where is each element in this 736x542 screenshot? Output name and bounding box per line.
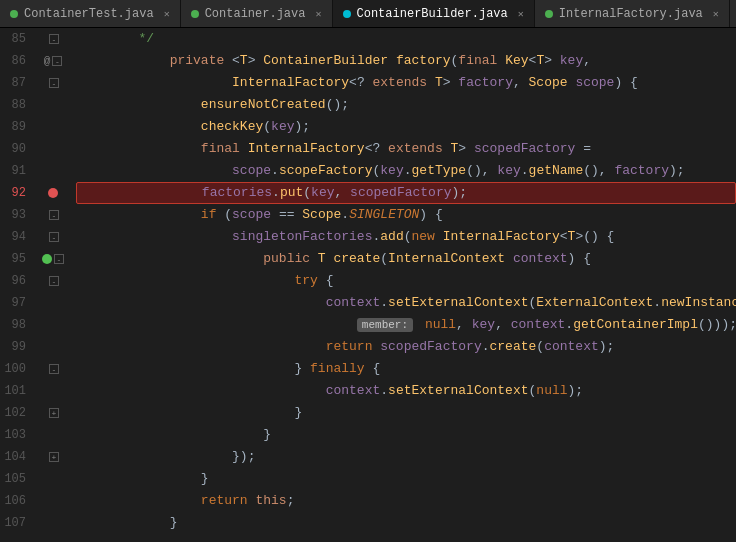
line-num-97: 97 (0, 296, 34, 310)
line-num-87: 87 (0, 76, 34, 90)
fold-icon-87[interactable]: - (49, 78, 59, 88)
gutter-icons-96: - (34, 276, 72, 286)
line-num-100: 100 (0, 362, 34, 376)
tab-dot (545, 10, 553, 18)
gutter-icons-85: - (34, 34, 72, 44)
tab-container[interactable]: Container.java ✕ (181, 0, 333, 27)
line-num-99: 99 (0, 340, 34, 354)
gutter-row-94: 94 - (0, 226, 72, 248)
gutter-row-87: 87 - (0, 72, 72, 94)
line-num-91: 91 (0, 164, 34, 178)
line-gutter: 85 - 86 @ - 87 - 88 89 (0, 28, 72, 542)
gutter-row-90: 90 (0, 138, 72, 160)
tab-container-builder[interactable]: ContainerBuilder.java ✕ (333, 0, 535, 27)
tab-label: Container.java (205, 7, 306, 21)
gutter-row-85: 85 - (0, 28, 72, 50)
tab-bar: ContainerTest.java ✕ Container.java ✕ Co… (0, 0, 736, 28)
line-num-103: 103 (0, 428, 34, 442)
breakpoint-icon-95[interactable] (42, 254, 52, 264)
tab-container-test[interactable]: ContainerTest.java ✕ (0, 0, 181, 27)
line-num-106: 106 (0, 494, 34, 508)
line-num-95: 95 (0, 252, 34, 266)
code-area[interactable]: */ private <T> ContainerBuilder factory(… (72, 28, 736, 542)
line-num-90: 90 (0, 142, 34, 156)
gutter-row-107: 107 (0, 512, 72, 534)
gutter-row-89: 89 (0, 116, 72, 138)
tab-internal-factory[interactable]: InternalFactory.java ✕ (535, 0, 730, 27)
gutter-icons-94: - (34, 232, 72, 242)
gutter-icons-93: - (34, 210, 72, 220)
tab-label: ContainerBuilder.java (357, 7, 508, 21)
breakpoint-icon-92[interactable] (48, 188, 58, 198)
gutter-row-91: 91 (0, 160, 72, 182)
fold-icon-102[interactable]: + (49, 408, 59, 418)
editor: 85 - 86 @ - 87 - 88 89 (0, 28, 736, 542)
gutter-row-95: 95 - (0, 248, 72, 270)
fold-icon-94[interactable]: - (49, 232, 59, 242)
gutter-icons-102: + (34, 408, 72, 418)
line-num-92: 92 (0, 186, 34, 200)
line-num-102: 102 (0, 406, 34, 420)
gutter-row-92: 92 (0, 182, 72, 204)
line-num-107: 107 (0, 516, 34, 530)
gutter-row-98: 98 (0, 314, 72, 336)
tab-label: ContainerTest.java (24, 7, 154, 21)
tab-close[interactable]: ✕ (713, 8, 719, 20)
gutter-row-106: 106 (0, 490, 72, 512)
gutter-row-93: 93 - (0, 204, 72, 226)
fold-icon-96[interactable]: - (49, 276, 59, 286)
gutter-row-101: 101 (0, 380, 72, 402)
fold-icon-86[interactable]: - (52, 56, 62, 66)
fold-icon-85[interactable]: - (49, 34, 59, 44)
at-annotation-icon: @ (44, 55, 51, 67)
code-text-107: } (76, 490, 177, 542)
gutter-icons-104: + (34, 452, 72, 462)
fold-icon-104[interactable]: + (49, 452, 59, 462)
tab-label: InternalFactory.java (559, 7, 703, 21)
line-num-101: 101 (0, 384, 34, 398)
gutter-row-100: 100 - (0, 358, 72, 380)
gutter-icons-87: - (34, 78, 72, 88)
line-num-105: 105 (0, 472, 34, 486)
tab-close[interactable]: ✕ (518, 8, 524, 20)
gutter-row-96: 96 - (0, 270, 72, 292)
line-num-89: 89 (0, 120, 34, 134)
tab-dot (10, 10, 18, 18)
line-num-93: 93 (0, 208, 34, 222)
gutter-icons-95: - (34, 254, 72, 264)
gutter-row-102: 102 + (0, 402, 72, 424)
gutter-icons-86: @ - (34, 55, 72, 67)
gutter-icons-100: - (34, 364, 72, 374)
gutter-row-99: 99 (0, 336, 72, 358)
line-num-88: 88 (0, 98, 34, 112)
fold-icon-95[interactable]: - (54, 254, 64, 264)
gutter-row-97: 97 (0, 292, 72, 314)
line-num-85: 85 (0, 32, 34, 46)
gutter-row-104: 104 + (0, 446, 72, 468)
gutter-row-105: 105 (0, 468, 72, 490)
gutter-icons-92 (34, 188, 72, 198)
tab-dot (191, 10, 199, 18)
gutter-row-88: 88 (0, 94, 72, 116)
gutter-row-103: 103 (0, 424, 72, 446)
tab-close[interactable]: ✕ (315, 8, 321, 20)
tab-dot (343, 10, 351, 18)
line-num-94: 94 (0, 230, 34, 244)
code-line-107: } (76, 512, 736, 534)
line-num-104: 104 (0, 450, 34, 464)
line-num-86: 86 (0, 54, 34, 68)
fold-icon-93[interactable]: - (49, 210, 59, 220)
tab-close[interactable]: ✕ (164, 8, 170, 20)
line-num-98: 98 (0, 318, 34, 332)
line-num-96: 96 (0, 274, 34, 288)
gutter-row-86: 86 @ - (0, 50, 72, 72)
fold-icon-100[interactable]: - (49, 364, 59, 374)
